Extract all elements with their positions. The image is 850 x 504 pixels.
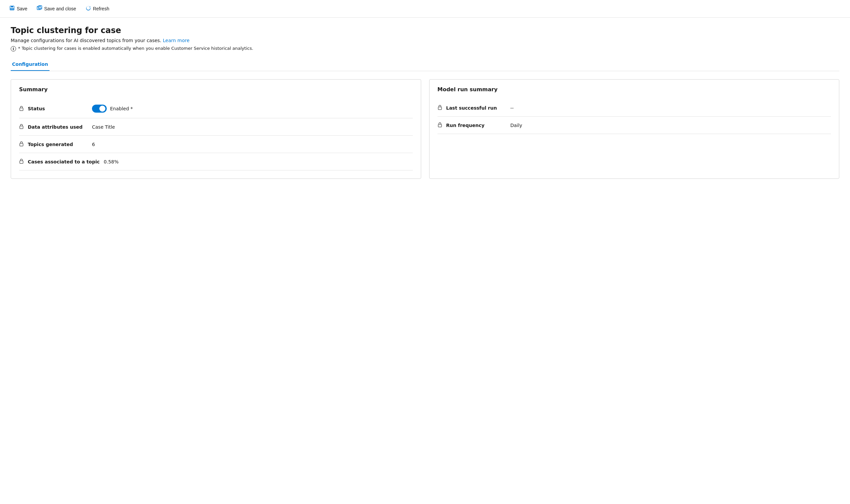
model-run-card: Model run summary Last successful run -- (429, 79, 839, 179)
tab-configuration[interactable]: Configuration (11, 58, 50, 71)
status-lock-icon (19, 106, 24, 112)
last-run-value: -- (510, 105, 514, 111)
toolbar: Save Save and close Refresh (0, 0, 850, 18)
info-note: i * Topic clustering for cases is enable… (11, 46, 839, 52)
cases-associated-row: Cases associated to a topic 0.58% (19, 153, 413, 170)
data-attributes-row: Data attributes used Case Title (19, 118, 413, 136)
main-content: Topic clustering for case Manage configu… (0, 18, 850, 187)
run-frequency-value: Daily (510, 123, 522, 128)
svg-rect-11 (20, 161, 23, 163)
status-label: Status (28, 106, 88, 111)
refresh-icon (86, 5, 91, 12)
svg-rect-2 (11, 8, 14, 10)
svg-rect-10 (20, 143, 23, 146)
data-attributes-label: Data attributes used (28, 124, 88, 130)
info-note-text: * Topic clustering for cases is enabled … (18, 46, 253, 51)
data-attributes-value: Case Title (92, 124, 115, 130)
data-attributes-lock-icon (19, 124, 24, 130)
run-frequency-row: Run frequency Daily (437, 116, 831, 134)
topics-lock-icon (19, 141, 24, 147)
info-icon: i (11, 46, 16, 52)
page-title: Topic clustering for case (11, 26, 839, 35)
cases-associated-label: Cases associated to a topic (28, 159, 100, 164)
svg-rect-7 (39, 7, 41, 9)
tabs-container: Configuration (11, 58, 839, 71)
refresh-label: Refresh (93, 6, 109, 11)
summary-card: Summary Status Enabled * (11, 79, 421, 179)
status-toggle-container: Enabled * (92, 105, 133, 113)
svg-rect-8 (20, 108, 23, 111)
svg-rect-1 (11, 6, 13, 7)
status-value: Enabled * (110, 106, 133, 111)
save-icon (10, 5, 15, 12)
save-close-label: Save and close (44, 6, 76, 11)
svg-rect-9 (20, 126, 23, 129)
save-label: Save (17, 6, 28, 11)
save-close-icon (37, 5, 42, 12)
run-frequency-label: Run frequency (446, 123, 506, 128)
run-frequency-lock-icon (437, 122, 442, 128)
last-run-row: Last successful run -- (437, 99, 831, 116)
status-toggle[interactable] (92, 105, 107, 113)
model-run-card-title: Model run summary (437, 86, 831, 93)
description-text: Manage configurations for AI discovered … (11, 38, 161, 43)
learn-more-link[interactable]: Learn more (163, 38, 190, 43)
last-run-label: Last successful run (446, 105, 506, 111)
status-row: Status Enabled * (19, 99, 413, 118)
topics-generated-row: Topics generated 6 (19, 136, 413, 153)
refresh-button[interactable]: Refresh (82, 3, 114, 14)
save-button[interactable]: Save (5, 3, 32, 14)
svg-rect-13 (438, 124, 441, 127)
topics-generated-label: Topics generated (28, 142, 88, 147)
toggle-slider (92, 105, 107, 113)
svg-rect-6 (39, 6, 41, 7)
page-description: Manage configurations for AI discovered … (11, 38, 839, 43)
save-close-button[interactable]: Save and close (33, 3, 80, 14)
last-run-lock-icon (437, 105, 442, 111)
topics-generated-value: 6 (92, 142, 95, 147)
svg-rect-12 (438, 107, 441, 110)
cases-lock-icon (19, 158, 24, 165)
summary-card-title: Summary (19, 86, 413, 93)
cards-container: Summary Status Enabled * (11, 79, 839, 179)
cases-associated-value: 0.58% (104, 159, 118, 164)
